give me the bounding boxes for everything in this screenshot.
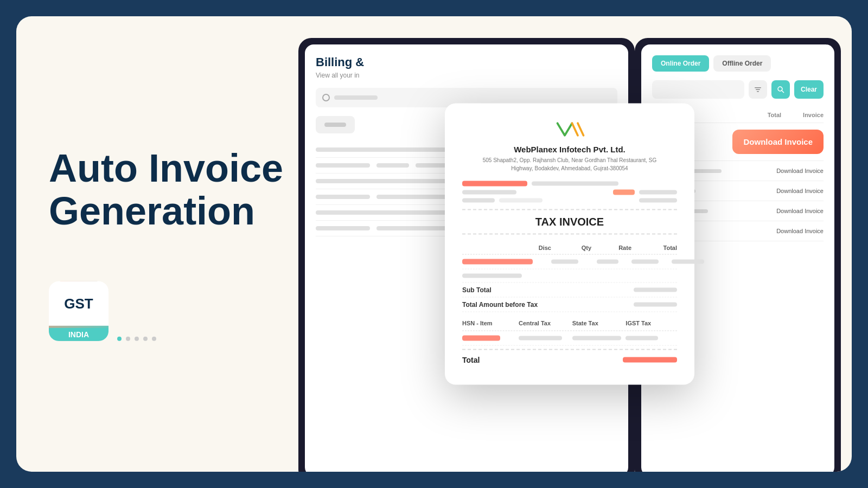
main-title: Auto Invoice Generation <box>49 147 283 233</box>
qty-bar-1 <box>597 260 618 264</box>
subtotal-bar <box>634 288 677 292</box>
igst-bar <box>626 336 658 341</box>
india-label: INDIA <box>49 328 108 341</box>
search-icon <box>322 94 330 101</box>
svg-line-4 <box>782 91 784 93</box>
center-area: Billing & View all your in <box>288 16 852 472</box>
col-rate-header: Rate <box>593 245 631 251</box>
col-item-header <box>462 245 506 251</box>
order-tab-text <box>324 123 346 127</box>
svg-rect-0 <box>755 87 761 88</box>
download-invoice-link-1[interactable]: Download Invoice <box>776 168 824 174</box>
download-invoice-link-4[interactable]: Download Invoice <box>776 228 824 234</box>
clear-button[interactable]: Clear <box>794 80 824 99</box>
total-label: Total <box>462 356 480 364</box>
row-bar-12 <box>316 226 370 230</box>
col-invoice-header: Invoice <box>803 112 824 118</box>
state-tax-header: State Tax <box>572 320 624 326</box>
row-bar-3 <box>316 163 370 168</box>
invoice-data-row-2 <box>462 269 677 283</box>
download-invoice-link-2[interactable]: Download Invoice <box>776 188 824 194</box>
tax-table-header: HSN - Item Central Tax State Tax IGST Ta… <box>462 316 677 331</box>
dot-1 <box>117 337 122 341</box>
dot-4 <box>143 337 148 341</box>
row-bar-4 <box>376 163 409 168</box>
search-filter-row: Clear <box>652 80 824 99</box>
subtotal-label: Sub Total <box>462 286 492 294</box>
total-before-tax-row: Total Amount before Tax <box>462 298 677 312</box>
rate-bar-1 <box>631 260 659 264</box>
gst-label: GST <box>64 297 93 311</box>
search-placeholder <box>334 95 378 100</box>
field-bar-3 <box>462 190 516 195</box>
col-qty-header: Qty <box>553 245 591 251</box>
dot-2 <box>126 337 130 341</box>
download-invoice-big-button[interactable]: Download Invoice <box>732 130 824 154</box>
gst-badge: GST INDIA <box>49 281 108 341</box>
item-bar-2 <box>462 274 522 278</box>
col-total-header: Total <box>768 112 781 118</box>
field-bar-8 <box>639 198 677 203</box>
central-tax-header: Central Tax <box>519 320 570 326</box>
filter-button[interactable] <box>749 80 767 99</box>
total-row: Total <box>462 349 677 370</box>
company-logo <box>553 119 586 140</box>
state-bar <box>572 336 621 341</box>
invoice-table-header: Disc Qty Rate Total <box>462 241 677 255</box>
total-before-tax-label: Total Amount before Tax <box>462 301 538 309</box>
company-name: WebPlanex Infotech Pvt. Ltd. <box>514 145 626 154</box>
online-order-tab[interactable]: Online Order <box>652 55 709 72</box>
billing-subtitle: View all your in <box>316 72 617 79</box>
invoice-fields <box>462 181 677 203</box>
invoice-data-row-1 <box>462 255 677 269</box>
offline-order-tab[interactable]: Offline Order <box>713 55 771 72</box>
search-icon <box>777 86 784 93</box>
field-row-2 <box>462 190 677 195</box>
invoice-logo-area: WebPlanex Infotech Pvt. Ltd. 505 Shapath… <box>462 119 677 172</box>
field-bar-6 <box>462 198 495 203</box>
field-bar-4 <box>613 190 635 195</box>
subtotal-row: Sub Total <box>462 283 677 298</box>
col-total-header: Total <box>634 245 677 251</box>
billing-title: Billing & <box>316 55 617 69</box>
item-bar-1 <box>462 259 533 265</box>
dots-indicator <box>117 337 156 341</box>
field-row-3 <box>462 198 677 203</box>
svg-rect-2 <box>757 91 759 92</box>
tax-data-row-1 <box>462 331 677 346</box>
order-tab[interactable] <box>316 116 355 133</box>
field-bar-7 <box>499 198 542 203</box>
total-before-tax-bar <box>634 303 677 307</box>
search-filter-input[interactable] <box>652 80 744 99</box>
hsn-bar <box>462 336 500 341</box>
filter-icon <box>754 86 762 93</box>
dot-3 <box>135 337 139 341</box>
col-disc-header: Disc <box>508 245 551 251</box>
total-bar-1 <box>672 260 704 264</box>
dot-5 <box>152 337 156 341</box>
total-value-bar <box>623 357 677 363</box>
order-tabs: Online Order Offline Order <box>652 55 824 72</box>
disc-bar-1 <box>551 260 578 264</box>
outer-background: Auto Invoice Generation GST INDIA <box>0 0 868 488</box>
igst-tax-header: IGST Tax <box>626 320 677 326</box>
search-button[interactable] <box>771 80 790 99</box>
company-address: 505 Shapath2, Opp. Rajhansh Club, Near G… <box>483 156 657 172</box>
field-bar-5 <box>639 190 677 195</box>
field-bar-1 <box>462 181 527 187</box>
field-bar-2 <box>532 182 618 186</box>
left-content: Auto Invoice Generation GST INDIA <box>49 147 283 341</box>
hsn-item-header: HSN - Item <box>462 320 516 326</box>
invoice-modal: WebPlanex Infotech Pvt. Ltd. 505 Shapath… <box>445 104 694 385</box>
svg-rect-1 <box>756 89 760 91</box>
row-bar-8 <box>316 195 370 199</box>
download-invoice-link-3[interactable]: Download Invoice <box>776 208 824 214</box>
tax-invoice-title: TAX INVOICE <box>462 209 677 235</box>
central-bar <box>519 336 562 341</box>
inner-background: Auto Invoice Generation GST INDIA <box>16 16 852 472</box>
field-row-1 <box>462 181 677 187</box>
svg-point-3 <box>778 87 782 91</box>
